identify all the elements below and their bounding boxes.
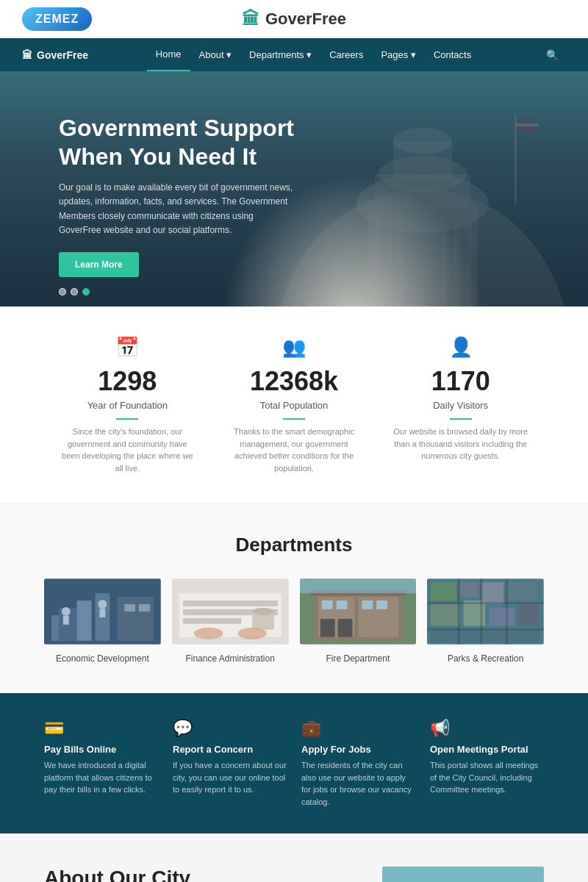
dept-img-finance: [172, 578, 289, 645]
svg-rect-16: [516, 128, 538, 132]
hero-title: Government SupportWhen You Need It: [59, 114, 294, 171]
svg-rect-78: [382, 867, 544, 882]
stat-visitors-number: 1170: [392, 366, 529, 397]
stat-visitors-desc: Our website is browsed daily by more tha…: [392, 426, 529, 462]
people-icon: 👥: [226, 336, 363, 359]
nav-item-careers[interactable]: Careers: [320, 39, 372, 71]
svg-rect-46: [362, 600, 373, 609]
dept-card-finance[interactable]: Finance Administration: [172, 578, 289, 664]
svg-rect-11: [453, 218, 459, 306]
dept-name-fire: Fire Department: [300, 653, 417, 664]
svg-rect-15: [516, 123, 538, 126]
dot-2[interactable]: [71, 288, 78, 295]
dot-1[interactable]: [59, 288, 66, 295]
dept-card-fire[interactable]: Fire Department: [300, 578, 417, 664]
dept-img-economic: [44, 578, 161, 645]
svg-rect-57: [490, 608, 515, 626]
svg-rect-64: [427, 628, 544, 631]
dot-3[interactable]: [82, 288, 90, 295]
svg-rect-59: [431, 630, 540, 643]
nav-brand: 🏛 GoverFree: [22, 39, 88, 71]
service-jobs: 💼 Apply For Jobs The residents of the ci…: [301, 719, 415, 808]
svg-rect-9: [398, 218, 404, 306]
departments-title: Departments: [44, 534, 544, 556]
hero-section: Government SupportWhen You Need It Our g…: [0, 71, 588, 306]
svg-rect-25: [99, 609, 105, 617]
nav-link-pages[interactable]: Pages ▾: [372, 39, 424, 71]
svg-rect-42: [320, 619, 334, 637]
service-report: 💬 Report a Concern If you have a concern…: [173, 719, 287, 808]
stat-foundation-label: Year of Foundation: [59, 400, 196, 411]
svg-rect-60: [458, 578, 460, 644]
svg-rect-52: [460, 582, 478, 597]
nav-item-home[interactable]: Home: [147, 38, 190, 71]
about-title: About Our City: [44, 867, 353, 882]
hero-content: Government SupportWhen You Need It Our g…: [0, 114, 353, 277]
service-meetings: 📢 Open Meetings Portal This portal shows…: [430, 719, 544, 808]
stat-visitors: 👤 1170 Daily Visitors Our website is bro…: [377, 336, 544, 474]
svg-rect-28: [139, 604, 150, 612]
svg-rect-61: [481, 578, 483, 644]
nav-link-careers[interactable]: Careers: [320, 39, 372, 71]
stat-visitors-label: Daily Visitors: [392, 400, 529, 411]
nav-link-departments[interactable]: Departments ▾: [240, 39, 320, 71]
svg-point-6: [393, 128, 452, 154]
stat-population: 👥 12368k Total Population Thanks to the …: [211, 336, 378, 474]
svg-rect-27: [124, 604, 135, 612]
stat-divider-2: [283, 418, 305, 420]
video-bg-svg: [382, 867, 544, 882]
svg-rect-45: [336, 600, 347, 609]
svg-point-35: [252, 608, 274, 615]
svg-rect-12: [466, 218, 472, 306]
departments-section: Departments Economic Development: [0, 504, 588, 693]
stats-section: 📅 1298 Year of Foundation Since the city…: [0, 306, 588, 504]
nav-item-departments[interactable]: Departments ▾: [240, 39, 320, 71]
svg-rect-54: [507, 582, 537, 600]
svg-rect-47: [376, 600, 387, 609]
hero-learn-more-button[interactable]: Learn More: [59, 252, 139, 277]
service-meetings-title: Open Meetings Portal: [430, 744, 544, 755]
hero-subtitle: Our goal is to make available every bit …: [59, 181, 294, 237]
nav-item-contacts[interactable]: Contacts: [425, 39, 480, 71]
dept-name-parks: Parks & Recreation: [427, 653, 544, 664]
jobs-icon: 💼: [301, 719, 415, 738]
service-pay-bills: 💳 Pay Bills Online We have introduced a …: [44, 719, 158, 808]
about-content: About Our City Our city is a thriving pl…: [44, 867, 353, 882]
nav-link-home[interactable]: Home: [147, 38, 190, 71]
service-jobs-title: Apply For Jobs: [301, 744, 415, 755]
svg-rect-20: [77, 600, 92, 641]
zemez-logo[interactable]: ZEMEZ: [22, 7, 92, 31]
stat-divider-1: [116, 418, 138, 420]
site-name: GoverFree: [265, 10, 346, 29]
pay-bills-icon: 💳: [44, 719, 158, 738]
svg-rect-63: [427, 602, 544, 604]
top-bar: ZEMEZ 🏛 GoverFree: [0, 0, 588, 38]
svg-rect-31: [183, 600, 278, 606]
video-thumbnail[interactable]: ▶: [382, 867, 544, 882]
nav-link-contacts[interactable]: Contacts: [425, 39, 480, 71]
svg-rect-8: [386, 218, 392, 306]
svg-rect-7: [373, 218, 379, 306]
departments-grid: Economic Development Finance Administrat…: [44, 578, 544, 664]
stat-foundation-desc: Since the city's foundation, our governm…: [59, 426, 196, 474]
nav-item-about[interactable]: About ▾: [190, 39, 241, 71]
nav-capitol-icon: 🏛: [22, 49, 32, 61]
search-icon[interactable]: 🔍: [539, 39, 566, 71]
about-section: About Our City Our city is a thriving pl…: [0, 833, 588, 882]
dept-img-fire: [300, 578, 417, 645]
svg-rect-55: [431, 604, 460, 626]
report-icon: 💬: [173, 719, 287, 738]
meetings-icon: 📢: [430, 719, 544, 738]
dept-card-economic[interactable]: Economic Development: [44, 578, 161, 664]
svg-point-36: [194, 628, 223, 639]
service-jobs-desc: The residents of the city can also use o…: [301, 759, 415, 808]
dept-card-parks[interactable]: Parks & Recreation: [427, 578, 544, 664]
about-video: ▶: [382, 867, 544, 882]
nav-link-about[interactable]: About ▾: [190, 39, 241, 71]
service-meetings-desc: This portal shows all meetings of the Ci…: [430, 759, 544, 796]
dept-name-economic: Economic Development: [44, 653, 161, 664]
site-brand: 🏛 GoverFree: [242, 9, 346, 29]
visitor-icon: 👤: [392, 336, 529, 359]
nav-item-pages[interactable]: Pages ▾: [372, 39, 424, 71]
svg-rect-23: [63, 616, 69, 625]
